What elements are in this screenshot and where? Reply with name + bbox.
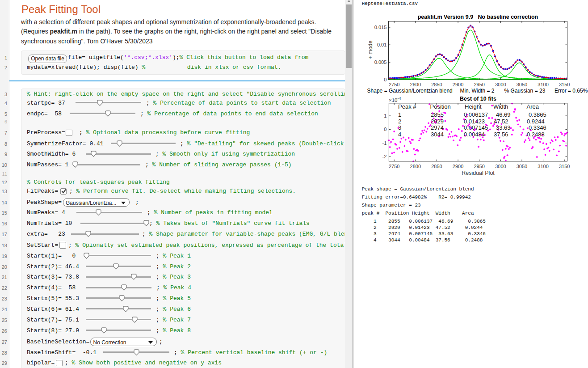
svg-text:2900: 2900 [453, 164, 463, 169]
svg-text:2750: 2750 [389, 82, 399, 87]
svg-text:3150: 3150 [559, 82, 570, 87]
svg-text:2974: 2974 [431, 124, 444, 131]
svg-text:3050: 3050 [517, 164, 527, 169]
svg-text:4: 4 [398, 131, 401, 138]
svg-text:Shape = Gaussian/Lorentzian bl: Shape = Gaussian/Lorentzian blend [367, 88, 453, 94]
svg-text:3 2974 0.007145 33.63: 3 2974 0.007145 33.63 0.3346 [362, 231, 486, 237]
svg-text:3150: 3150 [559, 164, 570, 169]
svg-text:Min. Width = 2: Min. Width = 2 [460, 88, 494, 94]
svg-text:Fitting error=0.64982% R2=: Fitting error=0.64982% R2= 0.99942 [362, 195, 471, 200]
svg-text:0.00484: 0.00484 [464, 131, 485, 138]
svg-text:Width: Width [493, 103, 508, 110]
svg-text:46.69: 46.69 [496, 111, 511, 118]
svg-text:-2: -2 [382, 154, 387, 159]
svg-text:+ mode: + mode [367, 40, 374, 59]
svg-text:Peak shape = Gaussian/Lorentzi: Peak shape = Gaussian/Lorentzian blend [362, 186, 474, 192]
svg-text:2950: 2950 [474, 82, 484, 87]
svg-text:% Gaussian = 23: % Gaussian = 23 [504, 88, 546, 94]
svg-text:2850: 2850 [431, 82, 442, 87]
svg-text:0.2488: 0.2488 [527, 131, 545, 138]
svg-text:0.006137: 0.006137 [464, 111, 488, 118]
svg-text:Shape parameter = 23: Shape parameter = 23 [362, 203, 421, 208]
svg-text:0.007145: 0.007145 [464, 124, 488, 131]
svg-text:3100: 3100 [538, 82, 548, 87]
svg-text:2850: 2850 [431, 164, 442, 169]
svg-text:2800: 2800 [410, 82, 421, 87]
svg-text:Position: Position [430, 103, 451, 110]
svg-text:Height: Height [465, 103, 482, 110]
svg-text:2950: 2950 [474, 164, 484, 169]
svg-text:2750: 2750 [389, 164, 399, 169]
svg-text:2: 2 [398, 118, 401, 125]
svg-text:×10-4: ×10-4 [389, 96, 401, 103]
svg-text:-1: -1 [382, 140, 387, 146]
svg-text:0: 0 [384, 127, 386, 132]
svg-text:2855: 2855 [431, 111, 444, 118]
svg-text:0.9244: 0.9244 [527, 118, 545, 125]
svg-text:1 2855 0.006137 46.69: 1 2855 0.006137 46.69 0.3865 [362, 219, 486, 224]
svg-text:Best of 10 fits: Best of 10 fits [460, 96, 496, 102]
svg-text:4 3044 0.00484 37.56: 4 3044 0.00484 37.56 0.2488 [362, 237, 483, 243]
svg-text:1: 1 [384, 113, 386, 118]
svg-text:0.01: 0.01 [377, 42, 386, 47]
svg-text:1: 1 [398, 111, 401, 118]
svg-text:3000: 3000 [495, 164, 506, 169]
svg-text:3050: 3050 [517, 82, 527, 87]
svg-text:0: 0 [384, 77, 386, 82]
svg-text:2900: 2900 [453, 82, 463, 87]
svg-text:Error = 0.65%: Error = 0.65% [554, 88, 588, 94]
svg-text:33.63: 33.63 [496, 124, 511, 131]
svg-text:2 2929 0.01423 47.52: 2 2929 0.01423 47.52 0.9244 [362, 225, 483, 230]
svg-text:3000: 3000 [495, 82, 506, 87]
svg-text:HepteneTestData.csv: HepteneTestData.csv [362, 1, 418, 6]
svg-text:37.56: 37.56 [494, 131, 508, 138]
svg-text:0.3865: 0.3865 [529, 111, 546, 118]
svg-text:2800: 2800 [410, 164, 421, 169]
svg-text:3: 3 [398, 124, 401, 131]
svg-text:0.005: 0.005 [374, 59, 387, 65]
svg-text:Peak #: Peak # [398, 103, 416, 110]
svg-text:0.01423: 0.01423 [464, 118, 485, 125]
svg-text:3100: 3100 [538, 164, 548, 169]
svg-text:peak # Position Height Width: peak # Position Height Width Area [362, 211, 474, 216]
svg-text:peakfit.m Version 9.9 No bas: peakfit.m Version 9.9 No baseline correc… [418, 14, 538, 20]
svg-text:Area: Area [527, 103, 539, 110]
svg-text:47.52: 47.52 [494, 118, 508, 125]
svg-text:2929: 2929 [431, 118, 444, 125]
svg-text:0.015: 0.015 [374, 25, 387, 30]
svg-text:Residual Plot: Residual Plot [462, 170, 495, 176]
svg-text:3044: 3044 [431, 131, 444, 138]
svg-text:0.3346: 0.3346 [529, 124, 546, 131]
